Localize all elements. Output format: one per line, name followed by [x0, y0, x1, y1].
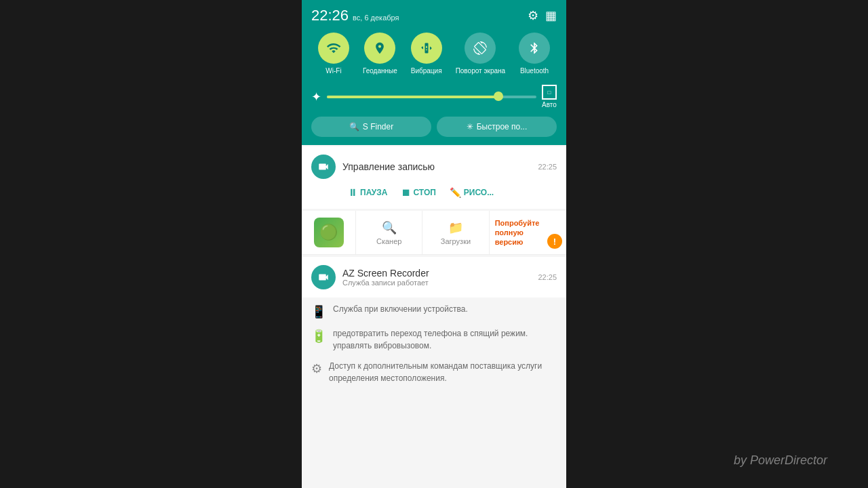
- az-time: 22:25: [538, 273, 557, 281]
- perm-text-2: предотвратить переход телефона в спящий …: [333, 327, 528, 352]
- auto-icon: □: [542, 85, 557, 100]
- brightness-slider[interactable]: [327, 96, 536, 98]
- recording-left: Управление записью: [311, 155, 435, 179]
- draw-icon: ✏️: [450, 187, 461, 198]
- wifi-toggle[interactable]: Wi-Fi: [318, 33, 349, 75]
- grid-icon[interactable]: ▦: [545, 8, 557, 23]
- perm-item-1: 📱 Служба при включении устройства.: [311, 303, 557, 319]
- scanner-icon: 🔍: [382, 220, 397, 235]
- scanner-button[interactable]: 🔍 Сканер: [356, 211, 422, 254]
- pause-icon: ⏸: [348, 187, 357, 198]
- notifications-area: Управление записью 22:25 ⏸ ПАУЗА ⏹ СТОП …: [302, 145, 566, 488]
- bluetooth-label: Bluetooth: [520, 67, 549, 75]
- try-full-text: Попробуйтеполнуюверсию: [495, 218, 540, 247]
- permissions-area: 📱 Служба при включении устройства. 🔋 пре…: [302, 298, 566, 488]
- location-toggle[interactable]: Геоданные: [363, 33, 397, 75]
- status-icons: ⚙ ▦: [528, 8, 557, 23]
- auto-label: Авто: [542, 101, 557, 108]
- warning-badge: !: [547, 234, 562, 249]
- location-icon-circle: [364, 33, 395, 64]
- try-full-button[interactable]: Попробуйтеполнуюверсию !: [490, 211, 566, 254]
- brightness-fill: [327, 96, 498, 98]
- quick-connect-label: Быстрое по...: [477, 122, 528, 131]
- stop-button[interactable]: ⏹ СТОП: [395, 184, 441, 201]
- quick-settings-panel: 22:26 вс, 6 декабря ⚙ ▦ Wi-Fi: [302, 0, 566, 145]
- location-label: Геоданные: [363, 67, 397, 75]
- auto-brightness[interactable]: □ Авто: [542, 85, 557, 108]
- downloads-label: Загрузки: [441, 237, 471, 245]
- recording-time: 22:25: [538, 163, 557, 171]
- recording-notification: Управление записью 22:25 ⏸ ПАУЗА ⏹ СТОП …: [302, 146, 566, 209]
- vibration-label: Вибрация: [411, 67, 442, 75]
- perm-item-2: 🔋 предотвратить переход телефона в спящи…: [311, 327, 557, 352]
- pause-label: ПАУЗА: [360, 188, 387, 197]
- brightness-icon: ✦: [311, 89, 321, 104]
- vibration-icon-circle: [411, 33, 442, 64]
- status-bar: 22:26 вс, 6 декабря ⚙ ▦: [311, 7, 557, 24]
- az-left: AZ Screen Recorder Служба записи работае…: [311, 265, 531, 289]
- sfinder-button[interactable]: 🔍 S Finder: [311, 117, 431, 137]
- settings-icon[interactable]: ⚙: [528, 8, 538, 23]
- stop-icon: ⏹: [401, 187, 410, 198]
- date: вс, 6 декабря: [353, 14, 399, 22]
- stop-label: СТОП: [413, 188, 435, 197]
- vibration-toggle[interactable]: Вибрация: [411, 33, 442, 75]
- clock: 22:26: [311, 7, 349, 24]
- app-row: 🟢 🔍 Сканер 📁 Загрузки Попробуйтеполнуюве…: [302, 211, 566, 255]
- az-title: AZ Screen Recorder: [342, 268, 531, 279]
- app-icon: 🟢: [314, 218, 344, 247]
- watermark: by PowerDirector: [734, 453, 827, 468]
- downloads-button[interactable]: 📁 Загрузки: [422, 211, 489, 254]
- az-texts: AZ Screen Recorder Служба записи работае…: [342, 268, 531, 287]
- brightness-thumb: [494, 92, 503, 101]
- sfinder-label: S Finder: [363, 122, 393, 131]
- recording-actions: ⏸ ПАУЗА ⏹ СТОП ✏️ РИСО...: [311, 184, 557, 201]
- rotation-toggle[interactable]: Поворот экрана: [456, 33, 505, 75]
- wifi-label: Wi-Fi: [326, 67, 341, 75]
- recording-icon: [311, 155, 336, 179]
- bluetooth-toggle[interactable]: Bluetooth: [519, 33, 550, 75]
- scanner-label: Сканер: [376, 237, 401, 245]
- perm-icon-3: ⚙: [311, 361, 322, 376]
- pause-button[interactable]: ⏸ ПАУЗА: [342, 184, 393, 201]
- draw-button[interactable]: ✏️ РИСО...: [444, 184, 499, 201]
- rotation-icon-circle: [465, 33, 496, 64]
- perm-item-3: ⚙ Доступ к дополнительным командам поста…: [311, 360, 557, 384]
- sfinder-icon: 🔍: [349, 122, 359, 131]
- perm-text-3: Доступ к дополнительным командам поставщ…: [329, 360, 557, 384]
- quick-connect-icon: ✳: [467, 122, 473, 131]
- brightness-row: ✦ □ Авто: [311, 85, 557, 108]
- wifi-icon-circle: [318, 33, 349, 64]
- button-row: 🔍 S Finder ✳ Быстрое по...: [311, 117, 557, 137]
- quick-connect-button[interactable]: ✳ Быстрое по...: [437, 117, 557, 137]
- perm-icon-1: 📱: [311, 304, 326, 319]
- az-icon: [311, 265, 336, 289]
- perm-text-1: Служба при включении устройства.: [333, 303, 468, 315]
- downloads-icon: 📁: [448, 220, 463, 235]
- toggle-row: Wi-Fi Геоданные Вибрация: [311, 33, 557, 75]
- app-icon-cell: 🟢: [302, 211, 356, 254]
- az-recorder-notification: AZ Screen Recorder Служба записи работае…: [302, 257, 566, 298]
- time-section: 22:26 вс, 6 декабря: [311, 7, 399, 24]
- bluetooth-icon-circle: [519, 33, 550, 64]
- draw-label: РИСО...: [464, 188, 494, 197]
- recording-title: Управление записью: [342, 161, 435, 172]
- perm-icon-2: 🔋: [311, 329, 326, 344]
- phone-screen: 22:26 вс, 6 декабря ⚙ ▦ Wi-Fi: [302, 0, 566, 488]
- rotation-label: Поворот экрана: [456, 67, 505, 75]
- recording-header: Управление записью 22:25: [311, 155, 557, 179]
- az-subtitle: Служба записи работает: [342, 279, 531, 287]
